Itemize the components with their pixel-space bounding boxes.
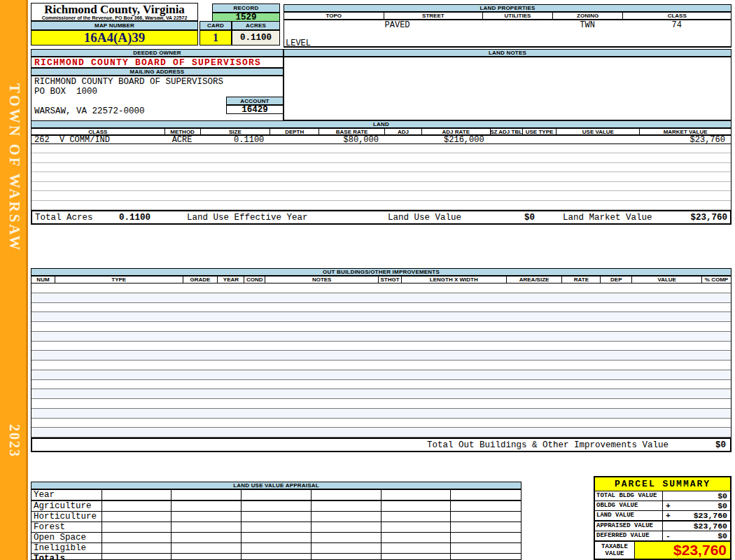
empty-row (31, 370, 731, 380)
land-use-cell (312, 554, 382, 560)
land-notes-box (284, 57, 732, 120)
land-use-cell (172, 533, 241, 542)
col-class: CLASS (622, 13, 731, 19)
land-use-cell (382, 512, 451, 522)
deeded-owner-label: DEEDED OWNER (31, 49, 284, 57)
out-buildings-total-row: Total Out Buildings & Other Improvements… (31, 438, 732, 452)
summary-row-total-bldg: TOTAL BLDG VALUE $0 (595, 491, 730, 501)
cell-method: ACRE (164, 136, 200, 144)
out-buildings-total-value: $0 (715, 439, 726, 451)
land-use-row-label: Open Space (31, 533, 102, 542)
land-use-row: Agriculture (31, 501, 521, 512)
parcel-summary-title: PARCEL SUMMARY (595, 477, 730, 491)
col-use-type: USE TYPE (522, 129, 556, 134)
sidebar: TOWN OF WARSAW 2023 (0, 0, 28, 560)
empty-row (31, 322, 731, 332)
land-use-cell (241, 522, 312, 532)
land-use-cell (451, 490, 521, 500)
col-class: CLASS (31, 129, 164, 134)
land-use-row-label: Ineligible (31, 543, 102, 553)
col-value: VALUE (631, 276, 701, 283)
parcel-summary: PARCEL SUMMARY TOTAL BLDG VALUE $0 OBLDG… (594, 476, 732, 560)
out-buildings-total-label: Total Out Buildings & Other Improvements… (427, 439, 668, 451)
land-use-cell (102, 501, 172, 511)
county-header: Richmond County, Virginia Commissioner o… (31, 3, 198, 21)
card-value: 1 (200, 30, 232, 46)
land-use-cell (312, 522, 382, 532)
land-use-cell (102, 554, 172, 560)
effective-year-label: Land Use Effective Year (187, 211, 308, 224)
land-use-cell (172, 512, 241, 522)
land-use-cell (102, 522, 172, 532)
empty-row (31, 399, 731, 409)
land-use-cell (102, 543, 172, 553)
col-market-value: MARKET VALUE (639, 129, 731, 134)
total-acres-value: 0.1100 (119, 211, 150, 224)
col-pct-comp: % COMP (701, 276, 731, 283)
total-acres-label: Total Acres (35, 211, 93, 224)
land-use-cell (451, 501, 521, 511)
land-use-row: Horticulture (31, 512, 521, 522)
col-area-size: AREA/SIZE (506, 276, 562, 283)
empty-row (31, 153, 731, 162)
empty-row (31, 284, 731, 293)
cell-market-value: $23,760 (639, 136, 731, 144)
land-use-cell (241, 512, 312, 522)
empty-row (31, 312, 731, 322)
land-use-cell (312, 501, 382, 511)
market-value: $23,760 (690, 211, 727, 224)
land-use-row-label: Horticulture (31, 512, 102, 522)
col-notes: NOTES (265, 276, 378, 283)
land-use-cell (451, 533, 521, 542)
use-value-label: Land Use Value (388, 211, 461, 224)
empty-row (31, 191, 731, 200)
account-label: ACCOUNT (226, 97, 284, 105)
record-label: RECORD (212, 4, 280, 13)
land-use-cell (451, 554, 521, 560)
empty-row (31, 360, 731, 370)
col-method: METHOD (164, 129, 200, 134)
topo-line: LEVEL (286, 39, 384, 48)
land-use-cell (451, 522, 521, 532)
col-cond: COND (244, 276, 265, 283)
empty-row (31, 389, 731, 399)
land-use-cell (172, 554, 241, 560)
land-use-row: Year (31, 490, 521, 501)
land-use-row-label: Agriculture (31, 501, 102, 511)
land-use-appraisal-title: LAND USE VALUE APPRAISAL (31, 482, 522, 489)
land-use-row: Open Space (31, 533, 521, 543)
col-street: STREET (384, 13, 483, 19)
empty-row (31, 428, 731, 438)
topo-value: LEVEL PAVED 100 + FEET (284, 20, 384, 46)
empty-row (31, 182, 731, 191)
land-properties-title: LAND PROPERTIES (284, 4, 732, 12)
summary-row-taxable: TAXABLE VALUE $23,760 (595, 541, 730, 559)
empty-row (31, 351, 731, 360)
col-num: NUM (31, 276, 55, 283)
acres-value: 0.1100 (232, 30, 280, 46)
mailing-line: PO BOX 1000 (34, 87, 283, 97)
account-value: 16429 (226, 105, 284, 114)
col-adj-rate: ADJ RATE (421, 129, 490, 134)
zoning-value: TWN (552, 20, 623, 46)
empty-row (31, 419, 731, 428)
summary-row-land: LAND VALUE +$23,760 (595, 511, 730, 521)
land-use-cell (102, 533, 172, 542)
county-subtitle: Commissioner of the Revenue, PO Box 366,… (42, 15, 188, 21)
land-header: CLASS METHOD SIZE DEPTH BASE RATE ADJ AD… (31, 128, 732, 135)
col-year: YEAR (217, 276, 244, 283)
col-sz-adj-tbl: SZ ADJ TBL (490, 129, 522, 134)
mailing-line: RICHMOND COUNTY BOARD OF SUPERVISORS (34, 77, 283, 87)
class-value: 74 (623, 20, 732, 46)
value: $0 (718, 501, 727, 510)
land-use-cell (102, 490, 172, 500)
land-use-cell (172, 490, 241, 500)
county-title: Richmond County, Virginia (44, 4, 185, 15)
cell-class: 262 V COMM/IND (31, 136, 164, 144)
deeded-owner-value: RICHMOND COUNTY BOARD OF SUPERVISORS (31, 57, 284, 68)
cell-size: 0.1100 (200, 136, 270, 144)
col-grade: GRADE (183, 276, 218, 283)
land-use-cell (241, 501, 312, 511)
out-buildings-rows (31, 284, 732, 438)
empty-row (31, 380, 731, 390)
